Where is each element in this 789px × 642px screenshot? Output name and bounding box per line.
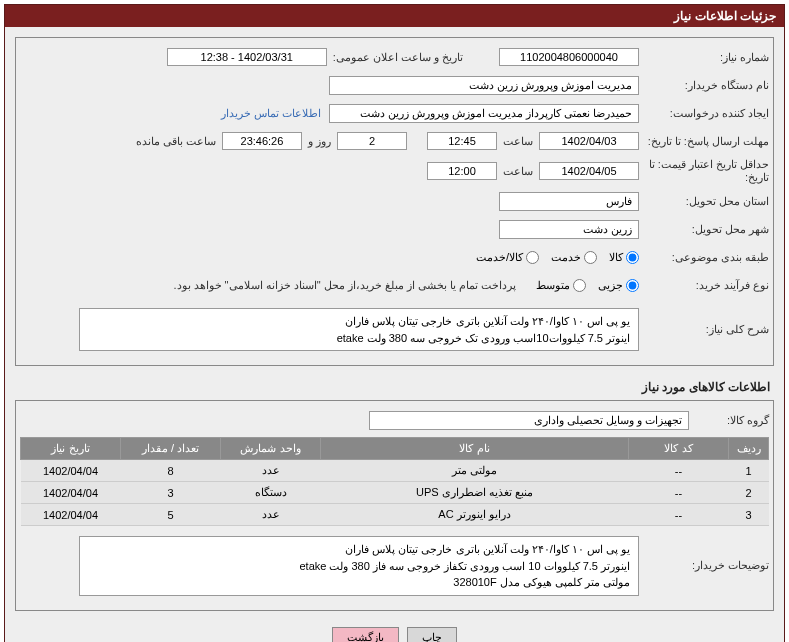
- days-and-label: روز و: [302, 135, 337, 148]
- cell-code: --: [629, 504, 729, 526]
- requester-field: حمیدرضا نعمتی کارپرداز مدیریت اموزش وپرو…: [329, 104, 639, 123]
- summary-line2: اینوتر 7.5 کیلووات10اسب ورودی تک خروجی س…: [88, 330, 630, 347]
- buyer-notes-label: توضیحات خریدار:: [639, 559, 769, 572]
- radio-both-label: کالا/خدمت: [476, 251, 523, 264]
- cell-code: --: [629, 460, 729, 482]
- reply-time-field: 12:45: [427, 132, 497, 150]
- group-field: تجهیزات و وسایل تحصیلی واداری: [369, 411, 689, 430]
- purchase-type-radio-group: جزیی متوسط: [536, 279, 639, 292]
- items-table: ردیف کد کالا نام کالا واحد شمارش تعداد /…: [20, 437, 769, 526]
- group-label: گروه کالا:: [689, 414, 769, 427]
- buyer-org-field: مدیریت اموزش وپرورش زرین دشت: [329, 76, 639, 95]
- city-field: زرین دشت: [499, 220, 639, 239]
- price-valid-time-field: 12:00: [427, 162, 497, 180]
- cell-idx: 2: [729, 482, 769, 504]
- th-qty: تعداد / مقدار: [121, 438, 221, 460]
- cell-code: --: [629, 482, 729, 504]
- reply-date-field: 1402/04/03: [539, 132, 639, 150]
- th-idx: ردیف: [729, 438, 769, 460]
- remaining-label: ساعت باقی مانده: [130, 135, 222, 148]
- summary-label: شرح کلی نیاز:: [639, 323, 769, 336]
- items-frame: گروه کالا: تجهیزات و وسایل تحصیلی واداری…: [15, 400, 774, 611]
- table-row: 2 -- منبع تغذیه اضطراری UPS دستگاه 3 140…: [21, 482, 769, 504]
- detail-panel: جزئیات اطلاعات نیاز شماره نیاز: 11020048…: [4, 4, 785, 642]
- cell-date: 1402/04/04: [21, 504, 121, 526]
- table-row: 1 -- مولتی متر عدد 8 1402/04/04: [21, 460, 769, 482]
- radio-both[interactable]: کالا/خدمت: [476, 251, 539, 264]
- radio-goods-label: کالا: [609, 251, 623, 264]
- cell-date: 1402/04/04: [21, 460, 121, 482]
- purchase-type-label: نوع فرآیند خرید:: [639, 279, 769, 292]
- notes-line2: اینورتر 7.5 کیلووات 10 اسب ورودی تکفاز خ…: [88, 558, 630, 575]
- cell-name: منبع تغذیه اضطراری UPS: [321, 482, 629, 504]
- payment-note: پرداخت تمام یا بخشی از مبلغ خرید،از محل …: [173, 279, 516, 292]
- th-name: نام کالا: [321, 438, 629, 460]
- radio-service[interactable]: خدمت: [551, 251, 597, 264]
- th-code: کد کالا: [629, 438, 729, 460]
- th-unit: واحد شمارش: [221, 438, 321, 460]
- panel-body: شماره نیاز: 1102004806000040 تاریخ و ساع…: [5, 27, 784, 642]
- announce-label: تاریخ و ساعت اعلان عمومی:: [327, 51, 469, 64]
- button-bar: چاپ بازگشت: [15, 619, 774, 643]
- cell-unit: دستگاه: [221, 482, 321, 504]
- cell-idx: 1: [729, 460, 769, 482]
- city-label: شهر محل تحویل:: [639, 223, 769, 236]
- back-button[interactable]: بازگشت: [332, 627, 399, 643]
- summary-field: یو پی اس ۱۰ کاوا/۲۴۰ ولت آنلاین باتری خا…: [79, 308, 639, 351]
- category-label: طبقه بندی موضوعی:: [639, 251, 769, 264]
- requester-label: ایجاد کننده درخواست:: [639, 107, 769, 120]
- radio-small[interactable]: جزیی: [598, 279, 639, 292]
- panel-title: جزئیات اطلاعات نیاز: [5, 5, 784, 27]
- buyer-notes-field: یو پی اس ۱۰ کاوا/۲۴۰ ولت آنلاین باتری خا…: [79, 536, 639, 596]
- time-label-1: ساعت: [497, 135, 539, 148]
- countdown-field: 23:46:26: [222, 132, 302, 150]
- radio-service-label: خدمت: [551, 251, 581, 264]
- th-date: تاریخ نیاز: [21, 438, 121, 460]
- category-radio-group: کالا خدمت کالا/خدمت: [476, 251, 639, 264]
- summary-line1: یو پی اس ۱۰ کاوا/۲۴۰ ولت آنلاین باتری خا…: [88, 313, 630, 330]
- cell-qty: 8: [121, 460, 221, 482]
- radio-goods[interactable]: کالا: [609, 251, 639, 264]
- cell-unit: عدد: [221, 504, 321, 526]
- cell-date: 1402/04/04: [21, 482, 121, 504]
- radio-medium-label: متوسط: [536, 279, 570, 292]
- notes-line1: یو پی اس ۱۰ کاوا/۲۴۰ ولت آنلاین باتری خا…: [88, 541, 630, 558]
- radio-small-label: جزیی: [598, 279, 623, 292]
- need-number-field: 1102004806000040: [499, 48, 639, 66]
- table-row: 3 -- درایو اینورتر AC عدد 5 1402/04/04: [21, 504, 769, 526]
- province-label: استان محل تحویل:: [639, 195, 769, 208]
- days-count-field: 2: [337, 132, 407, 150]
- price-valid-label: حداقل تاریخ اعتبار قیمت: تا تاریخ:: [639, 158, 769, 184]
- buyer-contact-link[interactable]: اطلاعات تماس خریدار: [221, 107, 321, 120]
- buyer-org-label: نام دستگاه خریدار:: [639, 79, 769, 92]
- province-field: فارس: [499, 192, 639, 211]
- cell-qty: 3: [121, 482, 221, 504]
- main-info-frame: شماره نیاز: 1102004806000040 تاریخ و ساع…: [15, 37, 774, 366]
- print-button[interactable]: چاپ: [407, 627, 457, 643]
- cell-idx: 3: [729, 504, 769, 526]
- reply-deadline-label: مهلت ارسال پاسخ: تا تاریخ:: [639, 135, 769, 148]
- cell-name: درایو اینورتر AC: [321, 504, 629, 526]
- cell-name: مولتی متر: [321, 460, 629, 482]
- price-valid-date-field: 1402/04/05: [539, 162, 639, 180]
- announce-field: 1402/03/31 - 12:38: [167, 48, 327, 66]
- cell-unit: عدد: [221, 460, 321, 482]
- need-number-label: شماره نیاز:: [639, 51, 769, 64]
- notes-line3: مولتی متر کلمپی هیوکی مدل 328010F: [88, 574, 630, 591]
- time-label-2: ساعت: [497, 165, 539, 178]
- items-section-title: اطلاعات کالاهای مورد نیاز: [15, 374, 774, 400]
- cell-qty: 5: [121, 504, 221, 526]
- radio-medium[interactable]: متوسط: [536, 279, 586, 292]
